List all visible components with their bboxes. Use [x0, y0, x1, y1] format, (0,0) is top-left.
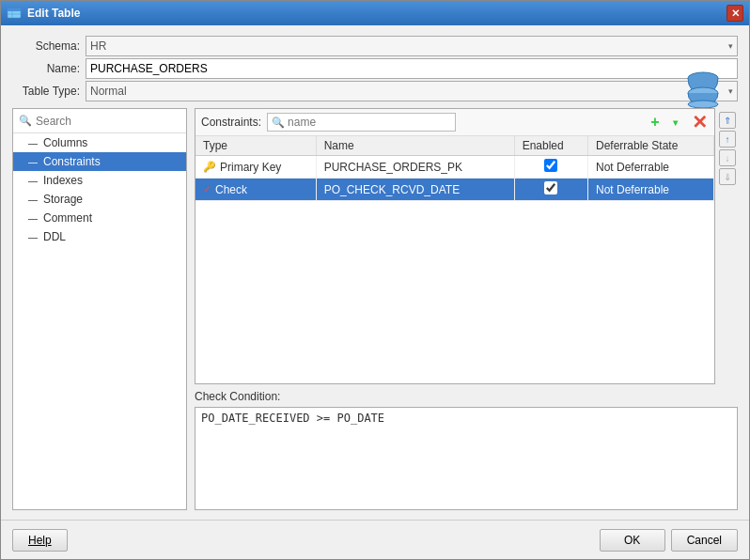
tree-search-box: 🔍 — [13, 109, 186, 133]
deferrable-cell: Not Deferrable — [587, 179, 713, 201]
constraints-table: Type Name Enabled Deferrable State — [195, 136, 714, 201]
table-type-dropdown-icon: ▾ — [728, 86, 733, 96]
svg-rect-1 — [8, 8, 21, 11]
comment-icon: — — [28, 213, 39, 224]
tree-item-ddl[interactable]: — DDL — [13, 227, 186, 246]
arrow-up[interactable]: ↑ — [719, 131, 736, 148]
type-cell: 🔑 Primary Key — [195, 156, 316, 179]
tree-item-constraints[interactable]: — Constraints — [13, 152, 186, 171]
enabled-cell — [514, 156, 587, 179]
schema-select[interactable]: HR ▾ — [86, 36, 738, 56]
svg-point-6 — [688, 101, 718, 108]
table-icon — [7, 6, 22, 21]
name-cell: PURCHASE_ORDERS_PK — [316, 156, 514, 179]
ddl-icon: — — [28, 232, 39, 242]
tree-panel: 🔍 — Columns — Constraints — Indexes — [12, 108, 187, 510]
check-type-icon: ✓ — [203, 183, 211, 195]
schema-label: Schema: — [12, 39, 80, 53]
col-deferrable: Deferrable State — [587, 136, 713, 156]
constraints-label: Constraints: — [201, 116, 261, 129]
dialog-title: Edit Table — [27, 7, 80, 20]
deferrable-cell: Not Deferrable — [587, 156, 713, 179]
enabled-checkbox-1[interactable] — [544, 181, 557, 194]
name-row: Name: — [12, 57, 738, 80]
constraints-section: Constraints: 🔍 + ▾ ✕ — [195, 108, 738, 384]
form-area: Schema: HR ▾ Name: Table Type: Normal ▾ — [12, 35, 738, 102]
right-panel: Constraints: 🔍 + ▾ ✕ — [195, 108, 738, 510]
edit-table-dialog: Edit Table ✕ Schema: HR ▾ Name: Table Ty… — [0, 0, 750, 560]
close-button[interactable]: ✕ — [727, 5, 743, 22]
arrow-bottom[interactable]: ⇓ — [719, 168, 736, 185]
name-input[interactable] — [86, 58, 738, 79]
add-group: + ▾ — [646, 113, 684, 132]
enabled-checkbox-0[interactable] — [544, 159, 557, 172]
storage-icon: — — [28, 194, 39, 205]
tree-item-indexes[interactable]: — Indexes — [13, 171, 186, 190]
constraints-table-wrap: Type Name Enabled Deferrable State — [195, 136, 714, 383]
columns-icon: — — [28, 138, 39, 148]
col-name: Name — [316, 136, 514, 156]
search-icon: 🔍 — [19, 115, 32, 127]
db-icon-area — [683, 69, 723, 111]
type-cell: ✓ Check — [195, 179, 316, 201]
tree-items: — Columns — Constraints — Indexes — Stor… — [13, 133, 186, 509]
main-body: 🔍 — Columns — Constraints — Indexes — [12, 108, 738, 510]
name-label: Name: — [12, 62, 80, 75]
constraints-search-input[interactable] — [288, 116, 450, 129]
table-type-label: Table Type: — [12, 85, 80, 98]
enabled-cell — [514, 179, 587, 201]
cancel-button[interactable]: Cancel — [671, 529, 738, 552]
check-condition-textarea[interactable]: PO_DATE_RECEIVED >= PO_DATE — [195, 407, 738, 510]
col-enabled: Enabled — [514, 136, 587, 156]
table-type-row: Table Type: Normal ▾ — [12, 80, 738, 102]
check-condition-area: Check Condition: PO_DATE_RECEIVED >= PO_… — [195, 390, 738, 510]
bottom-bar: Help OK Cancel — [1, 520, 749, 559]
table-row[interactable]: ✓ Check PO_CHECK_RCVD_DATE — [195, 179, 714, 201]
schema-row: Schema: HR ▾ — [12, 35, 738, 57]
tree-item-storage[interactable]: — Storage — [13, 190, 186, 209]
tree-item-columns[interactable]: — Columns — [13, 133, 186, 152]
constraints-area: Constraints: 🔍 + ▾ ✕ — [195, 108, 715, 384]
constraints-search-icon: 🔍 — [272, 117, 285, 129]
table-type-select[interactable]: Normal ▾ — [86, 81, 738, 101]
check-condition-label: Check Condition: — [195, 390, 738, 403]
constraints-icon: — — [28, 157, 39, 167]
title-bar-left: Edit Table — [7, 6, 80, 21]
arrow-down[interactable]: ↓ — [719, 149, 736, 166]
constraints-toolbar: Constraints: 🔍 + ▾ ✕ — [195, 109, 714, 136]
navigation-arrows: ⇑ ↑ ↓ ⇓ — [717, 108, 738, 384]
dialog-content: Schema: HR ▾ Name: Table Type: Normal ▾ — [1, 25, 749, 520]
delete-button[interactable]: ✕ — [690, 113, 709, 132]
arrow-top[interactable]: ⇑ — [719, 112, 736, 129]
schema-value: HR — [90, 39, 106, 53]
ok-button[interactable]: OK — [600, 529, 665, 552]
tree-search-input[interactable] — [36, 115, 180, 128]
tree-item-comment[interactable]: — Comment — [13, 209, 186, 227]
add-dropdown-button[interactable]: ▾ — [665, 113, 684, 132]
table-row[interactable]: 🔑 Primary Key PURCHASE_ORDERS_PK — [195, 156, 714, 179]
name-cell: PO_CHECK_RCVD_DATE — [316, 179, 514, 201]
schema-dropdown-icon: ▾ — [728, 41, 733, 51]
col-type: Type — [195, 136, 316, 156]
add-button[interactable]: + — [646, 113, 664, 132]
key-icon: 🔑 — [203, 161, 216, 173]
table-type-value: Normal — [90, 85, 127, 98]
database-icon — [683, 69, 723, 108]
bottom-right-buttons: OK Cancel — [600, 529, 738, 552]
indexes-icon: — — [28, 176, 39, 186]
title-bar: Edit Table ✕ — [1, 1, 749, 25]
constraints-search-box: 🔍 — [267, 113, 455, 132]
help-button[interactable]: Help — [12, 529, 68, 552]
